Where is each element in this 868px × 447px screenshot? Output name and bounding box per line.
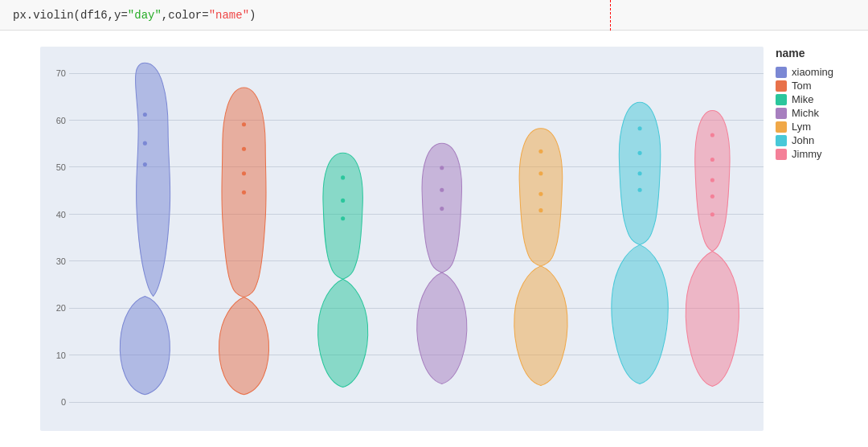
legend-label-tom: Tom <box>792 80 812 92</box>
svg-point-15 <box>538 192 542 196</box>
svg-point-18 <box>638 151 642 155</box>
violin-jimmy <box>686 110 739 386</box>
legend-item-jimmy: Jimmy <box>776 148 860 160</box>
svg-point-2 <box>143 162 147 166</box>
legend-swatch-lym <box>776 121 787 133</box>
legend-swatch-tom <box>776 80 787 92</box>
legend-item-michk: Michk <box>776 107 860 119</box>
svg-point-1 <box>143 141 147 146</box>
violin-chart-svg <box>71 47 764 407</box>
svg-point-3 <box>242 122 246 126</box>
legend-swatch-xiaoming <box>776 67 787 78</box>
legend-item-lym: Lym <box>776 121 860 133</box>
svg-point-22 <box>710 158 714 162</box>
svg-point-4 <box>242 147 246 151</box>
violin-xiaoming <box>120 63 170 394</box>
code-bar: px.violin(df16,y="day",color="name") <box>0 0 868 31</box>
svg-point-24 <box>710 195 714 199</box>
svg-point-20 <box>638 188 642 192</box>
svg-point-5 <box>242 171 246 175</box>
chart-area: day 0 10 20 30 40 50 60 70 <box>0 31 868 447</box>
legend-swatch-john <box>776 135 787 146</box>
svg-point-10 <box>440 166 444 170</box>
legend-item-mike: Mike <box>776 93 860 105</box>
svg-point-13 <box>538 150 542 154</box>
legend-swatch-jimmy <box>776 149 787 160</box>
svg-point-19 <box>638 171 642 175</box>
legend-label-mike: Mike <box>792 93 813 105</box>
svg-point-7 <box>341 175 345 179</box>
svg-point-9 <box>341 216 345 220</box>
legend-label-lym: Lym <box>792 121 811 133</box>
legend-label-xiaoming: xiaoming <box>792 66 833 78</box>
legend-label-michk: Michk <box>792 107 819 119</box>
legend-item-john: John <box>776 134 860 146</box>
svg-point-16 <box>538 208 542 212</box>
svg-point-25 <box>710 212 714 216</box>
svg-point-6 <box>242 191 246 195</box>
legend-label-john: John <box>792 134 814 146</box>
violin-lym <box>514 129 567 386</box>
svg-point-12 <box>440 207 444 211</box>
legend-swatch-mike <box>776 94 787 105</box>
dashed-separator <box>610 0 611 31</box>
svg-point-0 <box>143 113 147 117</box>
violin-michk <box>417 143 467 383</box>
svg-point-11 <box>440 188 444 192</box>
legend-label-jimmy: Jimmy <box>792 148 822 160</box>
legend-item-tom: Tom <box>776 80 860 92</box>
violin-john <box>612 102 668 383</box>
violin-mike <box>318 153 368 387</box>
legend: name xiaoming Tom Mike Michk Lym John Ji… <box>772 39 868 439</box>
violins-area <box>71 47 764 407</box>
svg-point-8 <box>341 199 345 203</box>
svg-point-14 <box>538 171 542 175</box>
legend-swatch-michk <box>776 108 787 119</box>
svg-point-21 <box>710 133 714 137</box>
legend-title: name <box>776 47 860 59</box>
legend-item-xiaoming: xiaoming <box>776 66 860 78</box>
svg-point-23 <box>710 178 714 182</box>
svg-point-17 <box>638 126 642 130</box>
violin-tom <box>219 88 268 395</box>
chart-container: 0 10 20 30 40 50 60 70 <box>40 47 764 431</box>
code-text: px.violin(df16,y="day",color="name") <box>13 9 256 22</box>
